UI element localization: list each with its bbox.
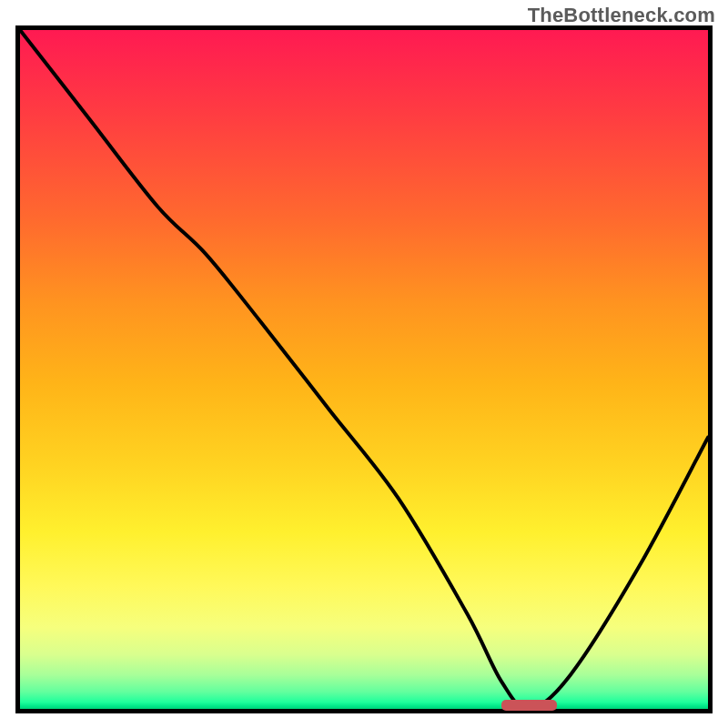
optimal-range-marker [501,700,556,711]
bottleneck-curve [20,30,708,709]
chart-container: TheBottleneck.com [0,0,728,728]
plot-area [15,25,713,713]
watermark-text: TheBottleneck.com [528,4,715,27]
